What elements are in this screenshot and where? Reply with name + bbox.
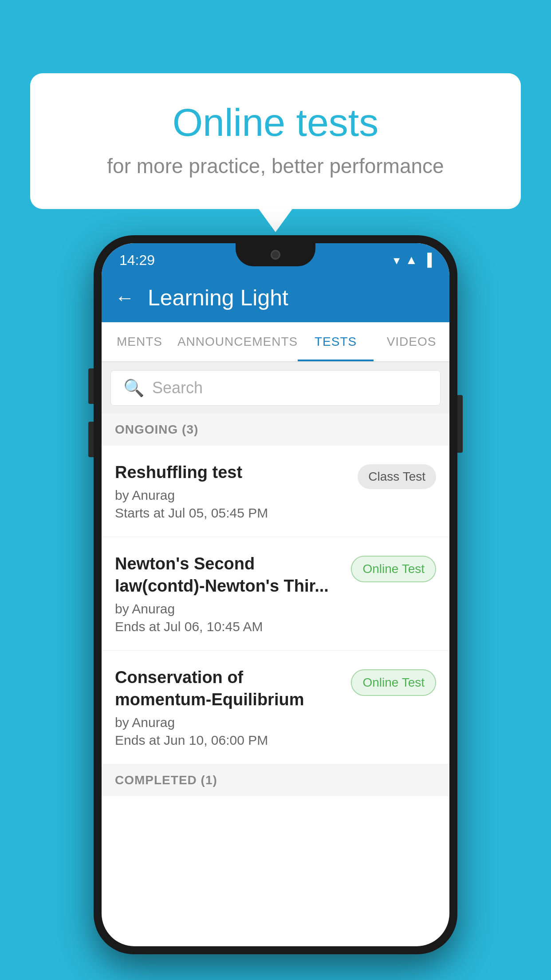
tab-ments[interactable]: MENTS	[102, 322, 177, 361]
search-placeholder: Search	[152, 379, 203, 397]
test-name-conservation: Conservation of momentum-Equilibrium	[115, 667, 342, 711]
test-date-reshuffling: Starts at Jul 05, 05:45 PM	[115, 506, 349, 521]
test-item-conservation[interactable]: Conservation of momentum-Equilibrium by …	[102, 651, 449, 764]
test-info-newton: Newton's Second law(contd)-Newton's Thir…	[115, 553, 342, 634]
test-item-newton[interactable]: Newton's Second law(contd)-Newton's Thir…	[102, 537, 449, 651]
volume-up-button	[88, 368, 94, 404]
bubble-subtitle: for more practice, better performance	[66, 154, 485, 178]
battery-icon: ▐	[423, 253, 432, 267]
status-icons: ▾ ▲ ▐	[394, 253, 432, 268]
app-title: Learning Light	[148, 285, 288, 311]
front-camera	[271, 250, 280, 260]
bubble-title: Online tests	[66, 100, 485, 145]
test-name-reshuffling: Reshuffling test	[115, 462, 349, 483]
test-badge-conservation: Online Test	[351, 669, 436, 696]
search-icon: 🔍	[123, 378, 144, 398]
back-button[interactable]: ←	[115, 287, 134, 309]
status-time: 14:29	[119, 252, 155, 269]
test-date-conservation: Ends at Jun 10, 06:00 PM	[115, 733, 342, 748]
phone-frame: 14:29 ▾ ▲ ▐ ← Learning Light MENTS ANNOU…	[94, 235, 457, 954]
ongoing-section-header: ONGOING (3)	[102, 414, 449, 446]
completed-section-header: COMPLETED (1)	[102, 764, 449, 796]
tab-videos[interactable]: VIDEOS	[374, 322, 449, 361]
test-author-reshuffling: by Anurag	[115, 488, 349, 503]
volume-down-button	[88, 422, 94, 457]
test-item-reshuffling[interactable]: Reshuffling test by Anurag Starts at Jul…	[102, 446, 449, 537]
phone-screen: 14:29 ▾ ▲ ▐ ← Learning Light MENTS ANNOU…	[102, 243, 449, 946]
test-author-newton: by Anurag	[115, 601, 342, 616]
tab-announcements[interactable]: ANNOUNCEMENTS	[177, 322, 298, 361]
power-button	[457, 395, 463, 453]
phone-notch	[236, 243, 315, 266]
test-info-reshuffling: Reshuffling test by Anurag Starts at Jul…	[115, 462, 349, 521]
search-box[interactable]: 🔍 Search	[110, 370, 441, 406]
test-author-conservation: by Anurag	[115, 715, 342, 730]
test-info-conservation: Conservation of momentum-Equilibrium by …	[115, 667, 342, 748]
search-container: 🔍 Search	[102, 362, 449, 414]
wifi-icon: ▾	[394, 253, 400, 268]
speech-bubble: Online tests for more practice, better p…	[30, 73, 521, 209]
tabs-container: MENTS ANNOUNCEMENTS TESTS VIDEOS	[102, 322, 449, 362]
test-date-newton: Ends at Jul 06, 10:45 AM	[115, 619, 342, 634]
test-name-newton: Newton's Second law(contd)-Newton's Thir…	[115, 553, 342, 597]
app-header: ← Learning Light	[102, 273, 449, 322]
test-badge-reshuffling: Class Test	[358, 464, 436, 489]
phone-container: 14:29 ▾ ▲ ▐ ← Learning Light MENTS ANNOU…	[94, 235, 457, 954]
signal-icon: ▲	[405, 253, 417, 267]
test-badge-newton: Online Test	[351, 556, 436, 582]
tab-tests[interactable]: TESTS	[298, 322, 374, 361]
